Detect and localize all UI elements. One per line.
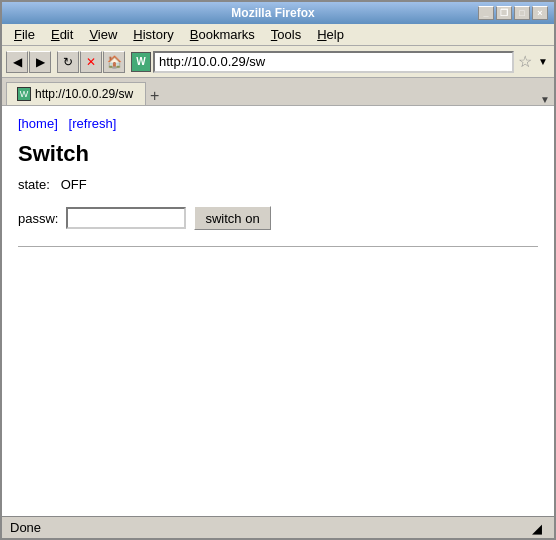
stop-button[interactable]: ✕ [80, 51, 102, 73]
menu-file[interactable]: File [6, 25, 43, 44]
back-button[interactable]: ◀ [6, 51, 28, 73]
url-dropdown[interactable]: ▼ [536, 56, 550, 67]
page-title: Switch [18, 141, 538, 167]
passwd-label: passw: [18, 211, 58, 226]
state-line: state: OFF [18, 177, 538, 192]
menu-bookmarks[interactable]: Bookmarks [182, 25, 263, 44]
page-links: [home] [refresh] [18, 116, 538, 131]
resize-handle[interactable]: ◢ [532, 521, 546, 535]
new-tab-button[interactable]: + [150, 87, 159, 105]
restore-button[interactable]: ❐ [496, 6, 512, 20]
browser-tab[interactable]: W http://10.0.0.29/sw [6, 82, 146, 105]
switch-on-button[interactable]: switch on [194, 206, 270, 230]
home-button[interactable]: 🏠 [103, 51, 125, 73]
home-link[interactable]: [home] [18, 116, 58, 131]
statusbar: Done ◢ [2, 516, 554, 538]
menu-history[interactable]: History [125, 25, 181, 44]
close-button[interactable]: × [532, 6, 548, 20]
tab-favicon: W [17, 87, 31, 101]
state-value: OFF [61, 177, 87, 192]
browser-window: Mozilla Firefox _ ❐ □ × File Edit View H… [0, 0, 556, 540]
tab-dropdown[interactable]: ▼ [540, 94, 550, 105]
url-favicon: W [131, 52, 151, 72]
menu-tools[interactable]: Tools [263, 25, 309, 44]
tab-label: http://10.0.0.29/sw [35, 87, 133, 101]
forward-button[interactable]: ▶ [29, 51, 51, 73]
window-title: Mozilla Firefox [68, 6, 478, 20]
password-form-row: passw: switch on [18, 206, 538, 230]
divider [18, 246, 538, 247]
navbar: ◀ ▶ ↻ ✕ 🏠 W ☆ ▼ [2, 46, 554, 78]
status-text: Done [10, 520, 532, 535]
state-label: state: [18, 177, 50, 192]
url-input[interactable] [153, 51, 514, 73]
menu-edit[interactable]: Edit [43, 25, 81, 44]
url-bar-container: W ☆ ▼ [131, 51, 550, 73]
window-controls: _ ❐ □ × [478, 6, 548, 20]
page-content: [home] [refresh] Switch state: OFF passw… [2, 106, 554, 516]
reload-button[interactable]: ↻ [57, 51, 79, 73]
passwd-input[interactable] [66, 207, 186, 229]
maximize-button[interactable]: □ [514, 6, 530, 20]
titlebar: Mozilla Firefox _ ❐ □ × [2, 2, 554, 24]
refresh-link[interactable]: [refresh] [69, 116, 117, 131]
menu-help[interactable]: Help [309, 25, 352, 44]
bookmark-star[interactable]: ☆ [516, 52, 534, 71]
tabbar: W http://10.0.0.29/sw + ▼ [2, 78, 554, 106]
menubar: File Edit View History Bookmarks Tools H… [2, 24, 554, 46]
minimize-button[interactable]: _ [478, 6, 494, 20]
menu-view[interactable]: View [81, 25, 125, 44]
nav-buttons: ◀ ▶ ↻ ✕ 🏠 [6, 51, 125, 73]
